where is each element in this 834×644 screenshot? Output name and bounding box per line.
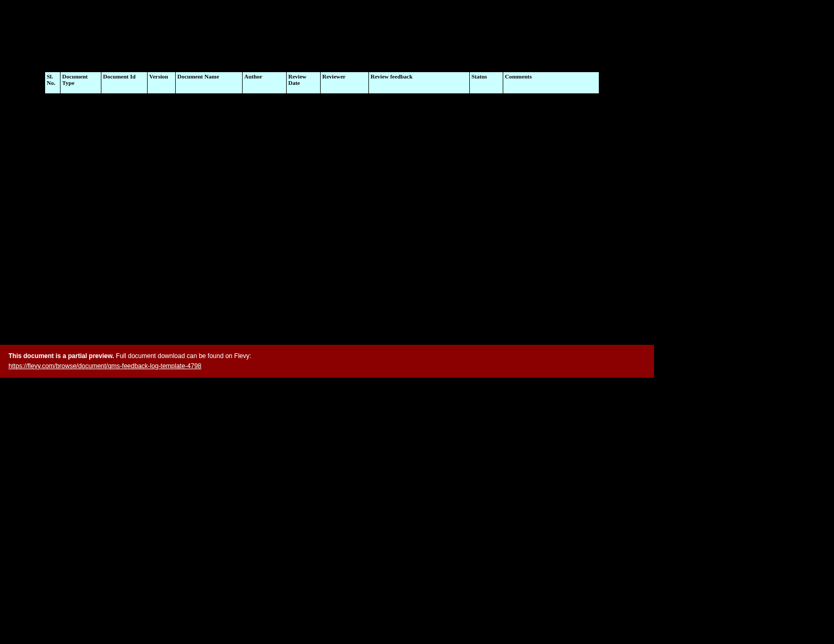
col-header-document-id: Document Id [101, 72, 148, 94]
col-header-author: Author [243, 72, 287, 94]
col-header-document-type: Document Type [61, 72, 101, 94]
col-header-version: Version [148, 72, 176, 94]
preview-banner: This document is a partial preview. Full… [0, 345, 654, 378]
document-preview-page: Sl. No. Document Type Document Id Versio… [0, 0, 654, 502]
preview-banner-rest: Full document download can be found on F… [116, 352, 251, 360]
col-header-review-feedback: Review feedback [369, 72, 470, 94]
preview-banner-link[interactable]: https://flevy.com/browse/document/qms-fe… [8, 362, 201, 370]
preview-banner-strong: This document is a partial preview. [8, 352, 114, 360]
col-header-reviewer: Reviewer [321, 72, 369, 94]
preview-banner-line1: This document is a partial preview. Full… [8, 352, 646, 361]
col-header-status: Status [470, 72, 503, 94]
table-header-row: Sl. No. Document Type Document Id Versio… [45, 72, 599, 94]
col-header-review-date: Review Date [287, 72, 321, 94]
feedback-log-table: Sl. No. Document Type Document Id Versio… [45, 72, 599, 94]
col-header-sl-no: Sl. No. [45, 72, 61, 94]
col-header-comments: Comments [503, 72, 599, 94]
col-header-document-name: Document Name [176, 72, 243, 94]
